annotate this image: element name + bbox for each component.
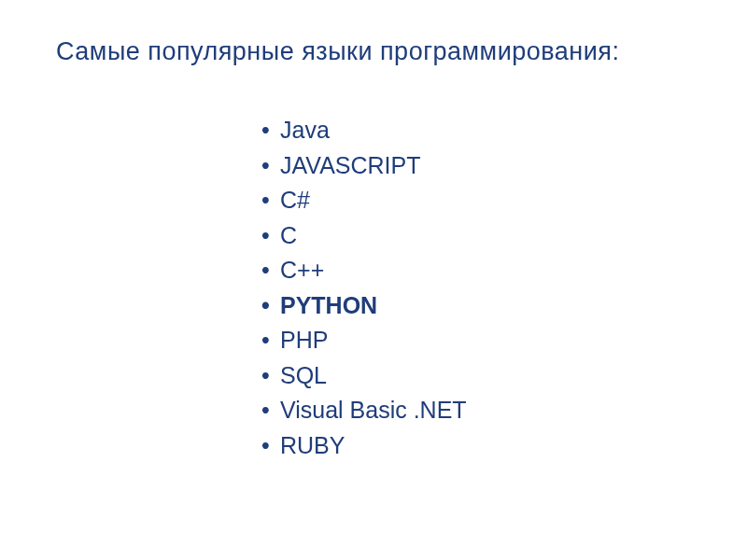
list-item: JAVASCRIPT [261, 148, 691, 184]
list-item-highlighted: PYTHON [261, 288, 691, 324]
list-item: C# [261, 183, 691, 218]
list-item: SQL [261, 358, 691, 394]
list-item: Java [261, 113, 691, 148]
list-item: C++ [261, 253, 691, 288]
slide: Самые популярные языки программирования:… [0, 0, 747, 560]
list-item: Visual Basic .NET [261, 393, 691, 428]
list-item: RUBY [261, 428, 691, 464]
language-list: Java JAVASCRIPT C# C C++ PYTHON PHP SQL … [261, 113, 691, 463]
slide-title: Самые популярные языки программирования: [56, 37, 691, 66]
list-item: C [261, 218, 691, 254]
list-item: PHP [261, 323, 691, 358]
